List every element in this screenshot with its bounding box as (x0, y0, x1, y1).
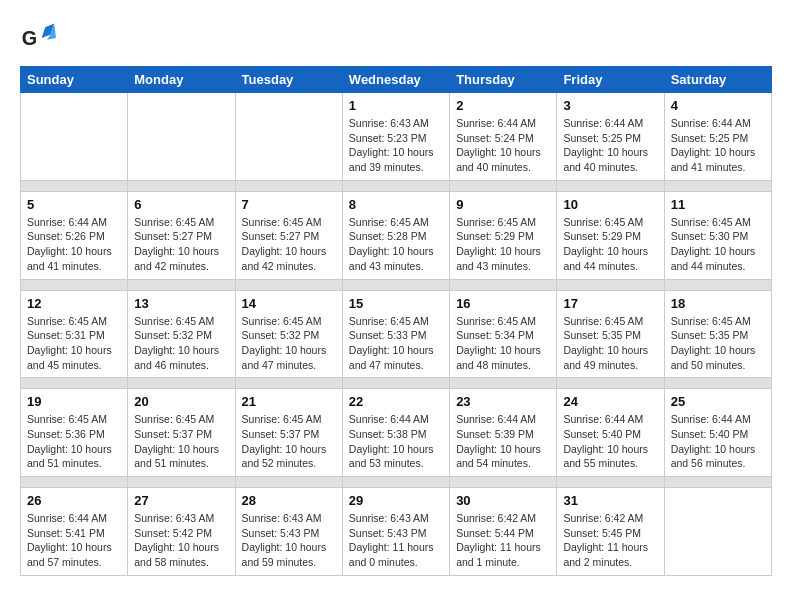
day-info: Sunrise: 6:42 AMSunset: 5:44 PMDaylight:… (456, 511, 550, 570)
calendar-day-1-1: 6Sunrise: 6:45 AMSunset: 5:27 PMDaylight… (128, 191, 235, 279)
calendar-day-2-3: 15Sunrise: 6:45 AMSunset: 5:33 PMDayligh… (342, 290, 449, 378)
day-info: Sunrise: 6:45 AMSunset: 5:32 PMDaylight:… (134, 314, 228, 373)
separator-cell (557, 378, 664, 389)
calendar-day-3-5: 24Sunrise: 6:44 AMSunset: 5:40 PMDayligh… (557, 389, 664, 477)
calendar-day-2-0: 12Sunrise: 6:45 AMSunset: 5:31 PMDayligh… (21, 290, 128, 378)
weekday-header-sunday: Sunday (21, 67, 128, 93)
day-info: Sunrise: 6:45 AMSunset: 5:35 PMDaylight:… (671, 314, 765, 373)
day-number: 27 (134, 493, 228, 508)
calendar-day-2-4: 16Sunrise: 6:45 AMSunset: 5:34 PMDayligh… (450, 290, 557, 378)
day-info: Sunrise: 6:44 AMSunset: 5:41 PMDaylight:… (27, 511, 121, 570)
weekday-header-row: SundayMondayTuesdayWednesdayThursdayFrid… (21, 67, 772, 93)
separator-cell (235, 180, 342, 191)
day-number: 4 (671, 98, 765, 113)
day-number: 8 (349, 197, 443, 212)
day-number: 28 (242, 493, 336, 508)
calendar-day-1-2: 7Sunrise: 6:45 AMSunset: 5:27 PMDaylight… (235, 191, 342, 279)
separator-cell (235, 477, 342, 488)
day-info: Sunrise: 6:45 AMSunset: 5:29 PMDaylight:… (563, 215, 657, 274)
day-number: 7 (242, 197, 336, 212)
day-number: 14 (242, 296, 336, 311)
calendar-day-1-4: 9Sunrise: 6:45 AMSunset: 5:29 PMDaylight… (450, 191, 557, 279)
day-number: 31 (563, 493, 657, 508)
day-info: Sunrise: 6:45 AMSunset: 5:37 PMDaylight:… (242, 412, 336, 471)
day-info: Sunrise: 6:43 AMSunset: 5:43 PMDaylight:… (349, 511, 443, 570)
calendar-day-0-3: 1Sunrise: 6:43 AMSunset: 5:23 PMDaylight… (342, 93, 449, 181)
day-number: 30 (456, 493, 550, 508)
calendar-day-3-3: 22Sunrise: 6:44 AMSunset: 5:38 PMDayligh… (342, 389, 449, 477)
calendar-day-4-4: 30Sunrise: 6:42 AMSunset: 5:44 PMDayligh… (450, 488, 557, 576)
calendar-day-4-6 (664, 488, 771, 576)
separator-cell (21, 279, 128, 290)
separator-cell (450, 477, 557, 488)
calendar-day-2-2: 14Sunrise: 6:45 AMSunset: 5:32 PMDayligh… (235, 290, 342, 378)
calendar-week-2: 12Sunrise: 6:45 AMSunset: 5:31 PMDayligh… (21, 290, 772, 378)
svg-text:G: G (22, 27, 37, 49)
day-number: 18 (671, 296, 765, 311)
calendar-week-3: 19Sunrise: 6:45 AMSunset: 5:36 PMDayligh… (21, 389, 772, 477)
calendar-day-2-1: 13Sunrise: 6:45 AMSunset: 5:32 PMDayligh… (128, 290, 235, 378)
day-info: Sunrise: 6:45 AMSunset: 5:27 PMDaylight:… (134, 215, 228, 274)
separator-cell (21, 378, 128, 389)
day-number: 16 (456, 296, 550, 311)
day-number: 12 (27, 296, 121, 311)
day-info: Sunrise: 6:45 AMSunset: 5:34 PMDaylight:… (456, 314, 550, 373)
separator-cell (128, 279, 235, 290)
calendar-day-1-3: 8Sunrise: 6:45 AMSunset: 5:28 PMDaylight… (342, 191, 449, 279)
calendar-day-4-2: 28Sunrise: 6:43 AMSunset: 5:43 PMDayligh… (235, 488, 342, 576)
calendar-day-1-5: 10Sunrise: 6:45 AMSunset: 5:29 PMDayligh… (557, 191, 664, 279)
separator-row-1 (21, 279, 772, 290)
day-info: Sunrise: 6:45 AMSunset: 5:27 PMDaylight:… (242, 215, 336, 274)
day-number: 26 (27, 493, 121, 508)
weekday-header-thursday: Thursday (450, 67, 557, 93)
day-number: 11 (671, 197, 765, 212)
day-number: 29 (349, 493, 443, 508)
calendar-day-3-4: 23Sunrise: 6:44 AMSunset: 5:39 PMDayligh… (450, 389, 557, 477)
weekday-header-tuesday: Tuesday (235, 67, 342, 93)
day-number: 13 (134, 296, 228, 311)
page: G SundayMondayTuesdayWednesdayThursdayFr… (0, 0, 792, 586)
calendar-day-4-3: 29Sunrise: 6:43 AMSunset: 5:43 PMDayligh… (342, 488, 449, 576)
weekday-header-friday: Friday (557, 67, 664, 93)
header: G (20, 20, 772, 56)
calendar-day-2-6: 18Sunrise: 6:45 AMSunset: 5:35 PMDayligh… (664, 290, 771, 378)
separator-row-0 (21, 180, 772, 191)
day-number: 17 (563, 296, 657, 311)
day-info: Sunrise: 6:44 AMSunset: 5:40 PMDaylight:… (671, 412, 765, 471)
separator-cell (342, 378, 449, 389)
separator-cell (21, 477, 128, 488)
day-number: 5 (27, 197, 121, 212)
calendar-day-0-6: 4Sunrise: 6:44 AMSunset: 5:25 PMDaylight… (664, 93, 771, 181)
separator-cell (128, 180, 235, 191)
calendar-day-1-6: 11Sunrise: 6:45 AMSunset: 5:30 PMDayligh… (664, 191, 771, 279)
separator-cell (235, 378, 342, 389)
logo-icon: G (20, 20, 56, 56)
separator-row-3 (21, 477, 772, 488)
calendar-day-4-5: 31Sunrise: 6:42 AMSunset: 5:45 PMDayligh… (557, 488, 664, 576)
calendar-day-0-2 (235, 93, 342, 181)
day-info: Sunrise: 6:44 AMSunset: 5:38 PMDaylight:… (349, 412, 443, 471)
day-info: Sunrise: 6:44 AMSunset: 5:24 PMDaylight:… (456, 116, 550, 175)
calendar-day-1-0: 5Sunrise: 6:44 AMSunset: 5:26 PMDaylight… (21, 191, 128, 279)
separator-cell (450, 378, 557, 389)
day-number: 24 (563, 394, 657, 409)
calendar-day-0-4: 2Sunrise: 6:44 AMSunset: 5:24 PMDaylight… (450, 93, 557, 181)
calendar-day-3-0: 19Sunrise: 6:45 AMSunset: 5:36 PMDayligh… (21, 389, 128, 477)
day-info: Sunrise: 6:43 AMSunset: 5:23 PMDaylight:… (349, 116, 443, 175)
calendar-week-4: 26Sunrise: 6:44 AMSunset: 5:41 PMDayligh… (21, 488, 772, 576)
day-info: Sunrise: 6:42 AMSunset: 5:45 PMDaylight:… (563, 511, 657, 570)
calendar-day-3-2: 21Sunrise: 6:45 AMSunset: 5:37 PMDayligh… (235, 389, 342, 477)
separator-cell (557, 180, 664, 191)
calendar-table: SundayMondayTuesdayWednesdayThursdayFrid… (20, 66, 772, 576)
separator-cell (664, 378, 771, 389)
day-info: Sunrise: 6:45 AMSunset: 5:29 PMDaylight:… (456, 215, 550, 274)
separator-cell (235, 279, 342, 290)
day-info: Sunrise: 6:43 AMSunset: 5:43 PMDaylight:… (242, 511, 336, 570)
calendar-week-1: 5Sunrise: 6:44 AMSunset: 5:26 PMDaylight… (21, 191, 772, 279)
day-number: 22 (349, 394, 443, 409)
day-number: 6 (134, 197, 228, 212)
separator-cell (664, 180, 771, 191)
day-info: Sunrise: 6:43 AMSunset: 5:42 PMDaylight:… (134, 511, 228, 570)
day-number: 9 (456, 197, 550, 212)
day-info: Sunrise: 6:45 AMSunset: 5:35 PMDaylight:… (563, 314, 657, 373)
